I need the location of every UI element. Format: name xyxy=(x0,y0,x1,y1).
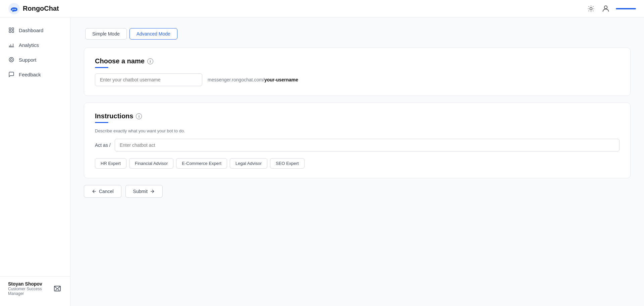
chip-legal-advisor[interactable]: Legal Advisor xyxy=(230,158,267,169)
chatbot-username-input[interactable] xyxy=(95,73,202,86)
act-as-label: Act as / xyxy=(95,142,111,148)
user-info: Stoyan Shopov Customer Success Manager xyxy=(8,281,49,296)
user-role: Customer Success Manager xyxy=(8,287,49,296)
chip-seo-expert[interactable]: SEO Expert xyxy=(270,158,305,169)
topbar-right xyxy=(586,4,636,13)
user-name: Stoyan Shopov xyxy=(8,281,49,287)
layout: Dashboard Analytics Support xyxy=(0,17,644,306)
progress-bar xyxy=(616,8,636,9)
svg-point-1 xyxy=(12,9,13,10)
logo-icon xyxy=(8,3,20,15)
user-avatar-icon[interactable] xyxy=(601,4,610,13)
lightbulb-icon[interactable] xyxy=(586,4,596,13)
instructions-info-icon[interactable]: i xyxy=(136,113,142,119)
dashboard-icon xyxy=(8,27,15,34)
svg-point-5 xyxy=(604,6,607,9)
analytics-icon xyxy=(8,42,15,48)
choose-name-underline xyxy=(95,67,108,68)
svg-rect-9 xyxy=(12,31,14,33)
instructions-title: Instructions i xyxy=(95,112,620,120)
chip-ecommerce-expert[interactable]: E-Commerce Expert xyxy=(176,158,227,169)
svg-point-15 xyxy=(9,57,14,62)
svg-rect-7 xyxy=(12,28,14,29)
submit-button[interactable]: Submit xyxy=(125,185,163,198)
feedback-icon xyxy=(8,71,15,78)
svg-point-4 xyxy=(590,7,592,10)
action-row: Cancel Submit xyxy=(84,185,631,198)
act-as-input[interactable] xyxy=(115,139,620,151)
advanced-mode-button[interactable]: Advanced Mode xyxy=(129,28,177,40)
choose-name-info-icon[interactable]: i xyxy=(147,58,153,64)
arrow-left-icon xyxy=(92,189,97,194)
instructions-underline xyxy=(95,122,108,123)
sidebar-user: Stoyan Shopov Customer Success Manager xyxy=(0,276,70,301)
chip-hr-expert[interactable]: HR Expert xyxy=(95,158,126,169)
app-name: RongoChat xyxy=(23,5,59,12)
main-content: Simple Mode Advanced Mode Choose a name … xyxy=(70,17,644,306)
simple-mode-button[interactable]: Simple Mode xyxy=(85,28,127,40)
sidebar-item-analytics-label: Analytics xyxy=(19,42,39,48)
sidebar-item-feedback-label: Feedback xyxy=(19,72,41,77)
svg-rect-6 xyxy=(9,28,11,29)
choose-name-title: Choose a name i xyxy=(95,57,620,65)
sidebar: Dashboard Analytics Support xyxy=(0,17,70,306)
sidebar-item-dashboard-label: Dashboard xyxy=(19,27,43,33)
svg-point-2 xyxy=(14,9,15,10)
svg-rect-8 xyxy=(9,31,11,33)
logo: RongoChat xyxy=(8,3,59,15)
mode-buttons: Simple Mode Advanced Mode xyxy=(84,28,631,40)
support-icon xyxy=(8,56,15,63)
topbar: RongoChat xyxy=(0,0,644,17)
name-input-row: messenger.rongochat.com/your-username xyxy=(95,73,620,86)
instructions-card: Instructions i Describe exactly what you… xyxy=(84,103,631,178)
svg-point-3 xyxy=(15,9,16,10)
username-bold: your-username xyxy=(264,77,298,82)
sidebar-item-analytics[interactable]: Analytics xyxy=(0,38,70,52)
url-preview: messenger.rongochat.com/your-username xyxy=(208,77,298,82)
cancel-button[interactable]: Cancel xyxy=(84,185,121,198)
sidebar-item-feedback[interactable]: Feedback xyxy=(0,67,70,82)
chip-financial-advisor[interactable]: Financial Advisor xyxy=(129,158,173,169)
instructions-description: Describe exactly what you want your bot … xyxy=(95,128,620,133)
user-message-icon[interactable] xyxy=(53,284,62,293)
sidebar-item-support-label: Support xyxy=(19,57,37,63)
choose-name-card: Choose a name i messenger.rongochat.com/… xyxy=(84,48,631,96)
submit-label: Submit xyxy=(133,189,148,194)
arrow-right-icon xyxy=(150,189,155,194)
sidebar-item-support[interactable]: Support xyxy=(0,52,70,67)
act-as-row: Act as / xyxy=(95,139,620,151)
cancel-label: Cancel xyxy=(99,189,114,194)
chips-container: HR Expert Financial Advisor E-Commerce E… xyxy=(95,158,620,169)
sidebar-item-dashboard[interactable]: Dashboard xyxy=(0,23,70,38)
svg-point-16 xyxy=(10,59,12,61)
